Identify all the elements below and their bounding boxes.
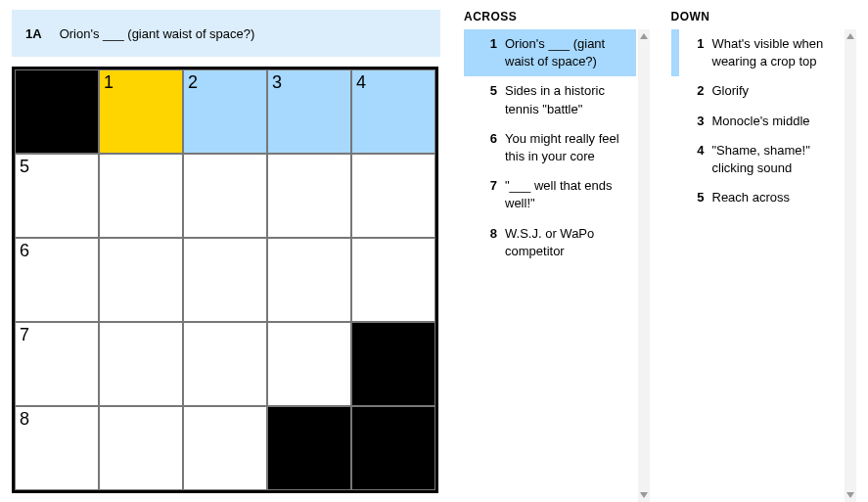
- clue-number: 3: [683, 113, 705, 130]
- cell-number: 5: [20, 157, 29, 177]
- down-column: DOWN 1What's visible when wearing a crop…: [671, 10, 857, 502]
- cell[interactable]: [99, 154, 183, 238]
- clue-text: You might really feel this in your core: [505, 130, 630, 165]
- scroll-down-icon[interactable]: [639, 490, 649, 500]
- cell-number: 8: [20, 409, 29, 430]
- clue-item[interactable]: 2Glorify: [671, 76, 844, 106]
- clue-text: Sides in a historic tennis "battle": [505, 82, 630, 117]
- clue-number: 8: [476, 225, 497, 260]
- cell[interactable]: [99, 238, 183, 322]
- clue-number: 5: [476, 82, 497, 117]
- cell[interactable]: 8: [15, 406, 99, 490]
- cell[interactable]: [183, 154, 267, 238]
- cell[interactable]: 4: [351, 69, 435, 154]
- clue-text: Glorify: [712, 82, 838, 100]
- clue-item[interactable]: 8W.S.J. or WaPo competitor: [464, 219, 636, 266]
- cell[interactable]: 1: [99, 69, 183, 154]
- clue-number: 7: [476, 177, 497, 212]
- clue-item[interactable]: 3Monocle's middle: [671, 107, 844, 136]
- cell-black: [351, 322, 435, 406]
- clue-text: "___ well that ends well!": [505, 177, 630, 212]
- svg-marker-1: [640, 492, 648, 498]
- clue-item[interactable]: 1What's visible when wearing a crop top: [671, 29, 844, 76]
- clue-text: Reach across: [712, 189, 838, 206]
- clue-number: 1: [476, 35, 497, 70]
- clue-text: W.S.J. or WaPo competitor: [505, 225, 630, 260]
- scrollbar-track[interactable]: [845, 29, 856, 502]
- scroll-up-icon[interactable]: [639, 31, 649, 41]
- scroll-up-icon[interactable]: [845, 31, 855, 41]
- cell[interactable]: [99, 322, 183, 406]
- cell-black: [267, 406, 351, 490]
- cell-number: 7: [20, 325, 29, 345]
- cell[interactable]: [183, 406, 267, 490]
- clue-text: Orion's ___ (giant waist of space?): [505, 35, 630, 70]
- across-heading: ACROSS: [464, 10, 650, 23]
- crossword-grid[interactable]: 12345678: [12, 67, 438, 493]
- app-root: 1A Orion's ___ (giant waist of space?) 1…: [0, 0, 868, 502]
- clue-item[interactable]: 1Orion's ___ (giant waist of space?): [464, 29, 636, 76]
- current-clue-text: Orion's ___ (giant waist of space?): [60, 26, 255, 41]
- cell[interactable]: 2: [183, 69, 267, 154]
- clue-text: What's visible when wearing a crop top: [712, 35, 838, 70]
- cell[interactable]: [99, 406, 183, 490]
- cell[interactable]: [267, 154, 351, 238]
- cell[interactable]: 5: [15, 154, 99, 238]
- clue-item[interactable]: 7"___ well that ends well!": [464, 171, 636, 218]
- clue-item[interactable]: 5Reach across: [671, 183, 844, 212]
- svg-marker-2: [846, 33, 854, 39]
- current-clue-bar: 1A Orion's ___ (giant waist of space?): [12, 10, 440, 57]
- svg-marker-0: [640, 33, 648, 39]
- clue-text: "Shame, shame!" clicking sound: [712, 142, 838, 177]
- clue-item[interactable]: 5Sides in a historic tennis "battle": [464, 76, 636, 123]
- across-list[interactable]: 1Orion's ___ (giant waist of space?)5Sid…: [464, 29, 650, 502]
- left-pane: 1A Orion's ___ (giant waist of space?) 1…: [12, 10, 440, 502]
- clue-number: 5: [683, 189, 705, 206]
- across-column: ACROSS 1Orion's ___ (giant waist of spac…: [464, 10, 650, 502]
- cell[interactable]: 6: [15, 238, 99, 322]
- clue-number: 4: [683, 142, 705, 177]
- cell-number: 3: [272, 72, 282, 93]
- cell[interactable]: [351, 238, 435, 322]
- cell-number: 6: [20, 241, 29, 261]
- cell-number: 4: [356, 72, 366, 93]
- cell-number: 1: [104, 72, 114, 93]
- cell[interactable]: [267, 322, 351, 406]
- cell-black: [15, 69, 99, 154]
- cell[interactable]: [351, 154, 435, 238]
- cell[interactable]: [183, 322, 267, 406]
- clue-item[interactable]: 6You might really feel this in your core: [464, 124, 636, 171]
- clue-lists: ACROSS 1Orion's ___ (giant waist of spac…: [464, 10, 856, 502]
- cell[interactable]: 3: [267, 69, 351, 154]
- cell-black: [351, 406, 435, 490]
- clue-item[interactable]: 4"Shame, shame!" clicking sound: [671, 136, 844, 183]
- cell-number: 2: [188, 72, 198, 93]
- clue-number: 6: [476, 130, 497, 165]
- down-list[interactable]: 1What's visible when wearing a crop top2…: [671, 29, 857, 502]
- current-clue-label: 1A: [25, 26, 42, 41]
- cell[interactable]: [183, 238, 267, 322]
- cell[interactable]: [267, 238, 351, 322]
- scroll-down-icon[interactable]: [845, 490, 855, 500]
- clue-number: 1: [683, 35, 705, 70]
- cell[interactable]: 7: [15, 322, 99, 406]
- down-heading: DOWN: [671, 10, 857, 23]
- clue-number: 2: [683, 82, 705, 100]
- svg-marker-3: [846, 492, 854, 498]
- clue-text: Monocle's middle: [712, 113, 838, 130]
- scrollbar-track[interactable]: [638, 29, 650, 502]
